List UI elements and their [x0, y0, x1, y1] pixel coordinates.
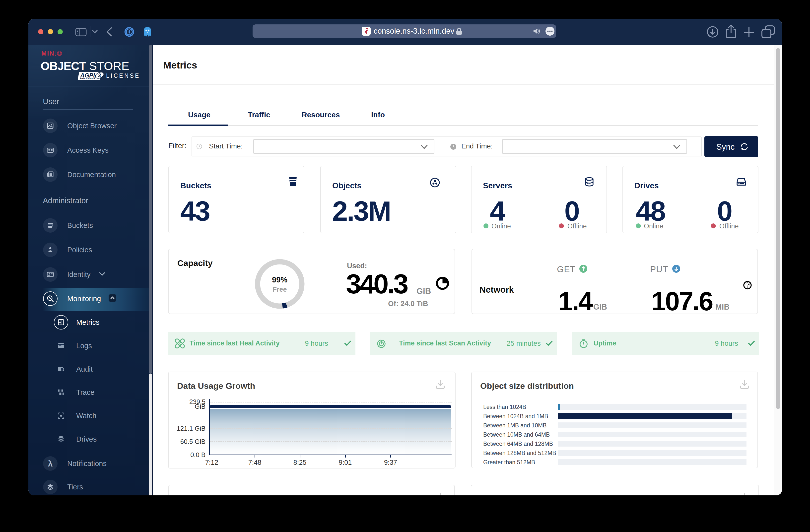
svg-text:3: 3	[98, 72, 101, 78]
